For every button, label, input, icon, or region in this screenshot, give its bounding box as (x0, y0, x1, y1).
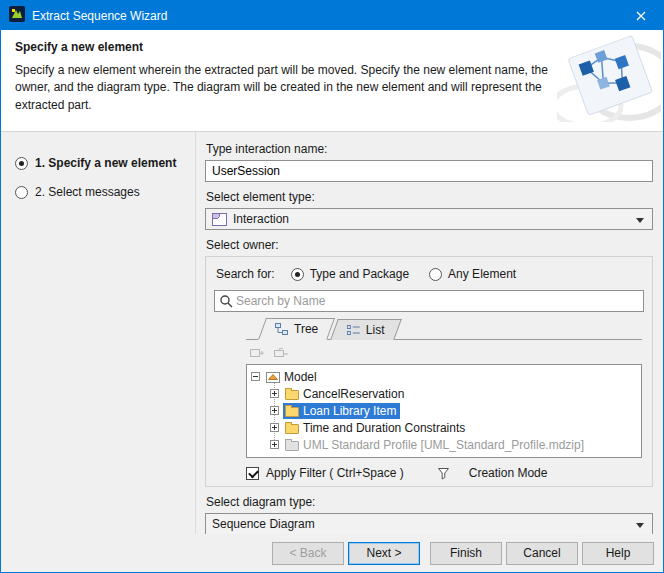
new-package-icon (273, 346, 289, 360)
interaction-icon (212, 213, 227, 226)
tree-list-tabs: Tree List (246, 318, 642, 340)
tab-tree-label: Tree (294, 322, 318, 336)
radio-unchecked-icon (429, 268, 442, 281)
list-icon (347, 324, 361, 336)
collapse-icon[interactable] (251, 372, 260, 381)
page-description: Specify a new element wherein the extrac… (15, 62, 555, 114)
interaction-name-input[interactable] (205, 160, 653, 182)
magicdraw-app-icon (9, 6, 25, 25)
new-package-button[interactable] (272, 345, 290, 361)
search-icon (219, 294, 233, 308)
tree-item-label: UML Standard Profile [UML_Standard_Profi… (303, 438, 584, 452)
type-and-package-label: Type and Package (310, 267, 409, 281)
tree-item-cancelreservation[interactable]: CancelReservation (270, 385, 637, 402)
expand-icon[interactable] (270, 440, 279, 449)
close-icon (636, 11, 646, 21)
step-2-select-messages[interactable]: 2. Select messages (15, 185, 195, 199)
wizard-content: Type interaction name: Select element ty… (196, 132, 663, 534)
step-1-label: 1. Specify a new element (35, 156, 176, 170)
folder-icon (285, 407, 299, 417)
step-2-label: 2. Select messages (35, 185, 140, 199)
expand-icon[interactable] (270, 423, 279, 432)
close-button[interactable] (618, 1, 663, 30)
new-element-icon (249, 346, 265, 360)
diagram-type-value: Sequence Diagram (212, 517, 315, 531)
help-button[interactable]: Help (582, 542, 654, 565)
new-element-button[interactable] (248, 345, 266, 361)
tree-item-uml-standard-profile[interactable]: UML Standard Profile [UML_Standard_Profi… (270, 436, 637, 453)
radio-unchecked-icon (15, 186, 28, 199)
wizard-steps-panel: 1. Specify a new element 2. Select messa… (1, 132, 196, 534)
finish-button[interactable]: Finish (430, 542, 502, 565)
expand-icon[interactable] (270, 406, 279, 415)
owner-groupbox: Search for: Type and Package Any Element (205, 256, 653, 487)
diagram-type-select[interactable]: Sequence Diagram (205, 513, 653, 534)
radio-type-and-package[interactable]: Type and Package (291, 267, 409, 281)
diagram-type-label: Select diagram type: (206, 495, 653, 509)
search-for-row: Search for: Type and Package Any Element (216, 267, 644, 281)
next-button[interactable]: Next > (348, 542, 420, 565)
owner-label: Select owner: (206, 238, 653, 252)
apply-filter-label: Apply Filter ( Ctrl+Space ) (266, 466, 404, 480)
radio-any-element[interactable]: Any Element (429, 267, 516, 281)
element-type-value: Interaction (233, 212, 289, 226)
element-type-select[interactable]: Interaction (205, 208, 653, 230)
radio-checked-icon (291, 268, 304, 281)
folder-icon (285, 441, 299, 451)
tree-item-label: Time and Duration Constraints (303, 421, 465, 435)
checkbox-checked-icon (246, 467, 259, 480)
chevron-down-icon (636, 523, 644, 528)
filter-funnel-icon[interactable] (437, 467, 450, 480)
search-for-label: Search for: (216, 267, 275, 281)
tree-toolbar (246, 340, 642, 364)
tree-item-label: Loan Library Item (303, 404, 396, 418)
apply-filter-checkbox[interactable]: Apply Filter ( Ctrl+Space ) (246, 466, 404, 480)
tree-item-loan-library-item[interactable]: Loan Library Item (270, 402, 637, 419)
back-button[interactable]: < Back (272, 542, 344, 565)
chevron-down-icon (636, 218, 644, 223)
tree-item-label: Model (284, 370, 317, 384)
tab-tree[interactable]: Tree (258, 318, 335, 340)
folder-icon (285, 424, 299, 434)
tab-list[interactable]: List (330, 319, 401, 340)
tree-item-label: CancelReservation (303, 387, 404, 401)
tab-list-label: List (366, 323, 385, 337)
expand-icon[interactable] (270, 389, 279, 398)
interaction-name-label: Type interaction name: (206, 142, 653, 156)
step-1-specify-new-element[interactable]: 1. Specify a new element (15, 156, 195, 170)
tree-icon (275, 323, 289, 335)
button-bar: < Back Next > Finish Cancel Help (1, 534, 663, 572)
owner-tree: Model CancelReservation (246, 364, 642, 458)
wizard-header: Specify a new element Specify a new elem… (1, 30, 663, 132)
window-title: Extract Sequence Wizard (32, 9, 618, 23)
filter-row: Apply Filter ( Ctrl+Space ) Creation Mod… (246, 466, 642, 480)
titlebar[interactable]: Extract Sequence Wizard (1, 1, 663, 30)
radio-checked-icon (15, 157, 28, 170)
tree-item-model[interactable]: Model (251, 368, 637, 385)
extract-sequence-wizard-dialog: Extract Sequence Wizard Specify a new el… (0, 0, 664, 573)
search-box[interactable] (214, 290, 644, 312)
tree-item-time-and-duration-constraints[interactable]: Time and Duration Constraints (270, 419, 637, 436)
model-icon (266, 371, 280, 383)
element-type-label: Select element type: (206, 190, 653, 204)
wizard-decoration-graphic (557, 36, 661, 125)
cancel-button[interactable]: Cancel (506, 542, 578, 565)
tree-area: Tree List (246, 318, 642, 480)
wizard-body: 1. Specify a new element 2. Select messa… (1, 132, 663, 534)
search-input[interactable] (236, 292, 639, 310)
folder-icon (285, 390, 299, 400)
creation-mode-label: Creation Mode (469, 466, 548, 480)
any-element-label: Any Element (448, 267, 516, 281)
